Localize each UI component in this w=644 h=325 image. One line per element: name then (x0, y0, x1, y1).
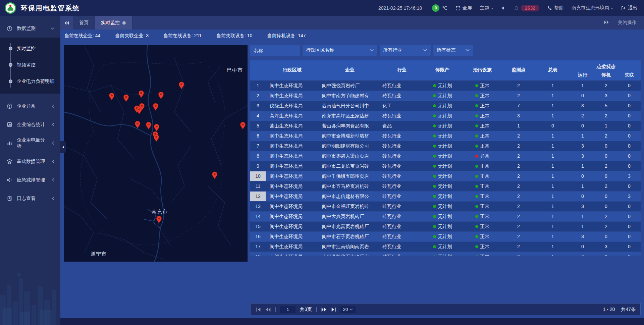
name-filter-input[interactable] (250, 45, 300, 56)
map-pin-10[interactable] (146, 122, 152, 130)
cell-facility-status: 正常 (462, 212, 502, 221)
sidebar-subitem-2[interactable]: 企业电力负荷明细 (0, 73, 60, 90)
fullscreen-button[interactable]: 全屏 (455, 5, 472, 11)
table-header-status-0[interactable]: 运行 (571, 70, 594, 80)
sidebar-item-horn[interactable]: 应急减排管理 (0, 171, 60, 189)
map-pin-9[interactable] (135, 121, 141, 129)
table-row-8[interactable]: 8阆中生态环境局阆中市枣碧大梁山页岩砖瓦行业无计划异常21300 (250, 151, 641, 161)
sidebar-item-barchart[interactable]: 企业用电量分析 (0, 134, 60, 152)
tab-close-icon[interactable]: ⊗ (122, 20, 126, 25)
table-header-col-6[interactable]: 总表 (535, 60, 571, 80)
sound-button[interactable] (501, 6, 506, 10)
table-row-10[interactable]: 10阆中生态环境局阆中千佛镇五郎垭页岩砖瓦行业无计划正常21003 (250, 171, 641, 181)
cell-run: 3 (571, 141, 594, 151)
tabs-scroll-right-button[interactable] (604, 20, 609, 25)
table-row-4[interactable]: 4高坪生态环境局南充市高坪区王家店建砖瓦行业无计划正常31220 (250, 111, 641, 121)
table-header-col-5[interactable]: 监测点 (502, 60, 535, 80)
bottom-strip (60, 318, 644, 325)
map-pin-2[interactable] (138, 90, 144, 98)
row-index: 16 (250, 232, 266, 241)
table-row-15[interactable]: 15阆中生态环境局阆中市光富页岩机砖厂砖瓦行业无计划正常21120 (250, 222, 641, 231)
table-row-1[interactable]: 1阆中生态环境局阆中强锐页岩砖厂砖瓦行业无计划正常21120 (250, 81, 641, 91)
map-pin-0[interactable] (109, 93, 115, 101)
region-filter-select[interactable]: 行政区域名称 (303, 45, 377, 56)
map-pin-16[interactable] (156, 216, 162, 224)
table-row-12[interactable]: 12阆中生态环境局阆中市忠信建材有限公砖瓦行业无计划正常21003 (250, 192, 641, 201)
prev-page-button[interactable] (265, 307, 271, 312)
last-page-button[interactable] (331, 307, 336, 312)
close-operations-button[interactable]: 关闭操作 (618, 20, 637, 26)
page-number-input[interactable] (280, 306, 296, 313)
cell-limit-status: 无计划 (423, 81, 462, 91)
sidebar-subitem-1[interactable]: 视频监控 (0, 57, 60, 73)
cell-meters: 1 (535, 111, 571, 121)
sidebar-item-log[interactable]: 日志查看 (0, 189, 60, 208)
cell-run: 1 (571, 181, 594, 191)
table-header-col-2[interactable]: 行业 (381, 60, 423, 80)
table-row-14[interactable]: 14阆中生态环境局阆中大兴页岩机砖厂砖瓦行业无计划正常21120 (250, 212, 641, 221)
user-dropdown[interactable]: 南充市生态环境局 ▾ (572, 5, 613, 11)
status-dot-icon (475, 124, 478, 127)
table-header-col-0[interactable]: 行政区域 (266, 60, 319, 80)
map-pin-14[interactable] (240, 122, 246, 130)
map-pin-11[interactable] (154, 124, 160, 132)
map-pin-8[interactable] (136, 107, 142, 115)
sidebar-item-alert[interactable]: 企业异常 (0, 97, 60, 115)
table-row-5[interactable]: 5营山生态环境局营山县润丰肉食品有限食品无计划正常10010 (250, 121, 641, 131)
tab-0[interactable]: 首页 (73, 16, 95, 30)
status-filter-select[interactable]: 所有状态 (433, 45, 473, 56)
notification-count-badge: 2632 (521, 5, 539, 11)
tab-1[interactable]: 实时监控⊗ (95, 16, 132, 30)
table-header-col-1[interactable]: 企业 (319, 60, 381, 80)
table-header-col-4[interactable]: 治污设施 (462, 60, 502, 80)
map-pin-13[interactable] (153, 134, 159, 142)
cell-company: 南部县魏华页岩砖厂有 (319, 252, 381, 256)
table-row-18[interactable]: 18南部生态环境局南部县魏华页岩砖厂有砖瓦行业无计划正常21030 (250, 252, 641, 256)
map-pin-4[interactable] (178, 82, 184, 90)
table-row-9[interactable]: 9阆中生态环境局阆中市二龙长宝页岩砖砖瓦行业无计划正常21120 (250, 161, 641, 171)
map-pin-3[interactable] (158, 92, 164, 100)
sidebar-item-monitor[interactable]: 数据监测 (0, 19, 60, 38)
first-page-button[interactable] (256, 307, 261, 312)
table-row-11[interactable]: 11阆中生态环境局阆中市五马桥页岩机砖砖瓦行业无计划正常21120 (250, 181, 641, 191)
map-pin-15[interactable] (212, 171, 218, 179)
table-row-6[interactable]: 6阆中生态环境局阆中市金博瑞新型墙材砖瓦行业无计划正常21120 (250, 131, 641, 141)
page-size-select[interactable]: 20 (340, 306, 356, 313)
table-row-3[interactable]: 3仪陇生态环境局西南油气田分公司川中化工无计划正常71350 (250, 101, 641, 111)
logout-button[interactable]: 退出 (621, 5, 637, 11)
help-button[interactable]: 帮助 (547, 5, 564, 11)
sidebar-collapse-handle[interactable] (60, 141, 66, 153)
industry-filter-select[interactable]: 所有行业 (380, 45, 431, 56)
next-page-button[interactable] (321, 307, 327, 312)
status-dot-icon (433, 104, 436, 107)
facility-text: 正常 (480, 81, 490, 91)
pager-divider (275, 307, 276, 312)
table-header-status-1[interactable]: 停机 (594, 70, 618, 80)
map-pin-1[interactable] (123, 94, 129, 102)
sidebar-subitem-0[interactable]: 实时监控 (0, 40, 60, 57)
table-row-16[interactable]: 16阆中生态环境局阆中市石子页岩机砖厂砖瓦行业无计划正常21300 (250, 232, 641, 241)
cell-region: 阆中生态环境局 (266, 242, 319, 252)
table-header-status-2[interactable]: 失联 (618, 70, 641, 80)
sidebar-item-layers[interactable]: 基础数据管理 (0, 152, 60, 171)
table-row-17[interactable]: 17阆中生态环境局阆中市江南镇阆南页岩砖瓦行业无计划正常21030 (250, 242, 641, 252)
table-row-7[interactable]: 7阆中生态环境局阆中明阳建材有限公司砖瓦行业无计划正常21300 (250, 141, 641, 151)
cell-meters: 1 (535, 192, 571, 201)
table-row-13[interactable]: 13阆中生态环境局阆中市金福旺页岩机砖砖瓦行业无计划正常21300 (250, 202, 641, 211)
status-dot-icon (475, 104, 478, 107)
sidebar-item-stats[interactable]: 企业综合统计 (0, 115, 60, 134)
tabs-scroll-left-button[interactable] (60, 16, 73, 30)
theme-dropdown[interactable]: 主题 ▾ (480, 5, 493, 11)
table-row-2[interactable]: 2阆中生态环境局阆中市南方节能建材有砖瓦行业无计划正常21030 (250, 91, 641, 101)
notifications-button[interactable]: 2632 (514, 5, 539, 11)
cell-points: 2 (502, 81, 535, 91)
cell-lost: 0 (618, 81, 641, 91)
cell-lost: 0 (618, 242, 641, 252)
cell-stop: 2 (594, 181, 618, 191)
cell-industry: 砖瓦行业 (381, 161, 423, 171)
cell-points: 1 (502, 121, 535, 131)
map-pin-7[interactable] (153, 103, 159, 111)
map-panel[interactable]: 巴中市南充市遂宁市 (64, 45, 248, 262)
cell-limit-status: 无计划 (423, 192, 462, 201)
table-header-col-3[interactable]: 停限产 (423, 60, 462, 80)
